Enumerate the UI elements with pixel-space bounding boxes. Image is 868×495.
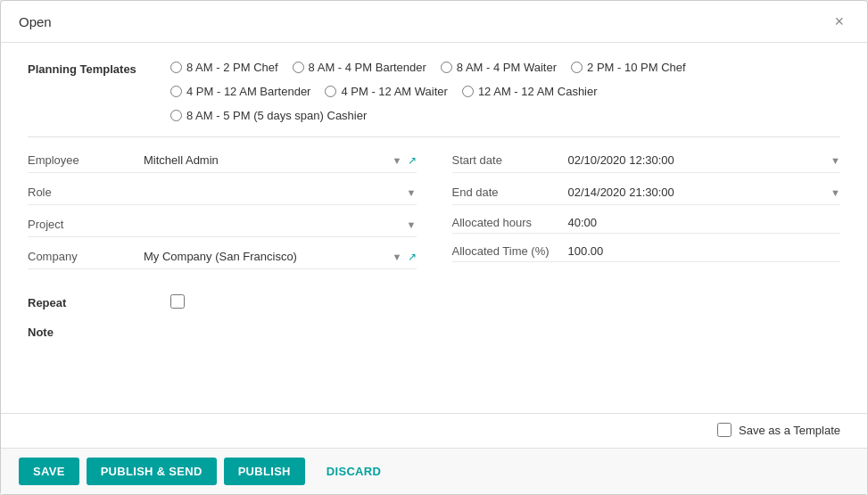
save-template-wrap: Save as a Template [717,423,840,437]
template-label-3: 8 AM - 4 PM Waiter [457,61,557,74]
repeat-section: Repeat [28,294,840,309]
template-label-2: 8 AM - 4 PM Bartender [309,61,426,74]
repeat-label: Repeat [28,294,170,309]
planning-templates-section: Planning Templates 8 AM - 2 PM Chef 8 AM… [28,61,840,122]
project-label: Project [28,218,144,231]
divider [28,136,840,137]
form-left: Employee ▼ ↗ Role ▼ Project [28,152,417,280]
form-right: Start date ▼ End date ▼ Allocated hours [452,152,841,280]
bottom-section: Save as a Template [1,413,867,448]
modal-footer: SAVE PUBLISH & SEND PUBLISH DISCARD [1,448,867,494]
employee-label: Employee [28,153,144,167]
start-date-input-wrap: ▼ [568,152,841,169]
modal-dialog: Open × Planning Templates 8 AM - 2 PM Ch… [0,0,868,495]
template-option-5[interactable]: 4 PM - 12 AM Bartender [170,85,310,98]
template-label-4: 2 PM - 10 PM Chef [587,61,686,74]
publish-button[interactable]: PUBLISH [224,458,305,485]
employee-input-wrap: ▼ ↗ [144,152,417,169]
end-date-input[interactable] [568,184,828,201]
save-button[interactable]: SAVE [19,458,79,485]
project-input[interactable] [144,216,403,233]
start-date-input[interactable] [568,152,828,169]
company-input[interactable] [144,248,389,265]
repeat-checkbox[interactable] [170,294,185,309]
template-label-7: 12 AM - 12 AM Cashier [478,85,598,98]
template-option-6[interactable]: 4 PM - 12 AM Waiter [325,85,447,98]
close-button[interactable]: × [829,12,849,31]
template-option-8[interactable]: 8 AM - 5 PM (5 days span) Cashier [170,109,367,122]
employee-row: Employee ▼ ↗ [28,152,417,173]
end-date-label: End date [452,186,568,199]
allocated-time-label: Allocated Time (%) [452,244,568,258]
allocated-hours-label: Allocated hours [452,216,568,229]
allocated-hours-row: Allocated hours 40:00 [452,216,841,234]
template-option-4[interactable]: 2 PM - 10 PM Chef [571,61,686,74]
end-date-row: End date ▼ [452,184,841,205]
project-row: Project ▼ [28,216,417,237]
templates-options-group: 8 AM - 2 PM Chef 8 AM - 4 PM Bartender 8… [170,61,840,122]
role-input-wrap: ▼ [144,184,417,201]
employee-input[interactable] [144,152,389,169]
save-template-label: Save as a Template [739,424,840,437]
end-date-dropdown-arrow[interactable]: ▼ [831,187,840,198]
save-template-checkbox[interactable] [717,423,732,437]
role-input[interactable] [144,184,403,201]
modal-header: Open × [1,1,867,43]
company-external-link-icon[interactable]: ↗ [408,251,417,263]
allocated-hours-value: 40:00 [568,216,841,229]
employee-dropdown-arrow[interactable]: ▼ [393,155,402,166]
template-option-7[interactable]: 12 AM - 12 AM Cashier [462,85,598,98]
project-input-wrap: ▼ [144,216,417,233]
start-date-dropdown-arrow[interactable]: ▼ [831,155,840,166]
allocated-time-row: Allocated Time (%) 100.00 [452,244,841,262]
template-label-1: 8 AM - 2 PM Chef [186,61,278,74]
start-date-label: Start date [452,153,568,167]
company-label: Company [28,250,144,263]
employee-external-link-icon[interactable]: ↗ [408,154,417,167]
modal-body: Planning Templates 8 AM - 2 PM Chef 8 AM… [1,43,867,413]
modal-title: Open [19,14,52,29]
role-dropdown-arrow[interactable]: ▼ [407,187,417,198]
template-label-8: 8 AM - 5 PM (5 days span) Cashier [186,109,367,122]
project-dropdown-arrow[interactable]: ▼ [407,219,417,230]
end-date-input-wrap: ▼ [568,184,841,201]
template-label-5: 4 PM - 12 AM Bartender [186,85,310,98]
template-label-6: 4 PM - 12 AM Waiter [341,85,447,98]
template-option-1[interactable]: 8 AM - 2 PM Chef [170,61,278,74]
note-label: Note [28,324,170,339]
note-section: Note [28,324,840,377]
company-row: Company ▼ ↗ [28,248,417,269]
template-option-3[interactable]: 8 AM - 4 PM Waiter [441,61,557,74]
planning-templates-label: Planning Templates [28,61,170,76]
discard-button[interactable]: DISCARD [312,458,395,485]
note-textarea[interactable] [170,324,840,377]
publish-send-button[interactable]: PUBLISH & SEND [87,458,217,485]
template-option-2[interactable]: 8 AM - 4 PM Bartender [293,61,426,74]
allocated-time-value: 100.00 [568,244,841,258]
role-row: Role ▼ [28,184,417,205]
role-label: Role [28,186,144,199]
company-dropdown-arrow[interactable]: ▼ [393,252,402,262]
start-date-row: Start date ▼ [452,152,841,173]
company-input-wrap: ▼ ↗ [144,248,417,265]
form-section: Employee ▼ ↗ Role ▼ Project [28,152,840,280]
